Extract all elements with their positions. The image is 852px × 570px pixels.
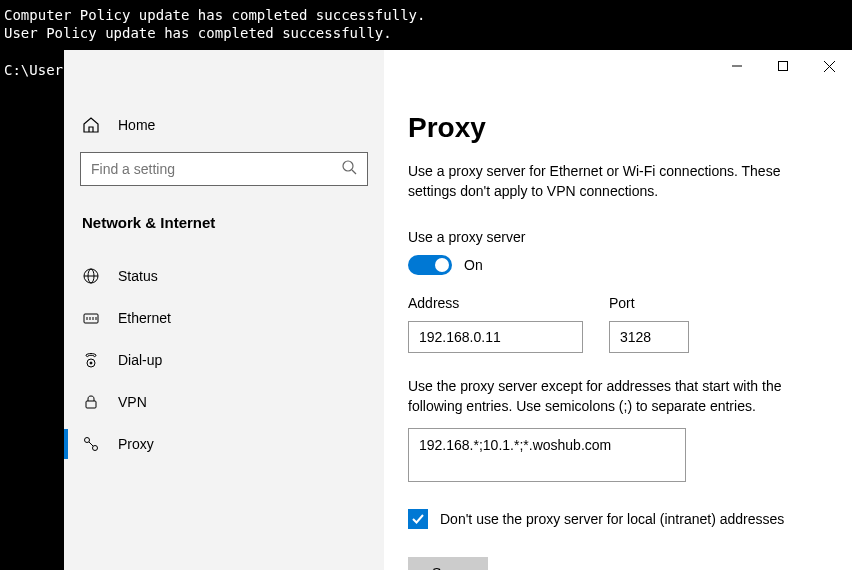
svg-line-18 <box>89 442 93 446</box>
use-proxy-label: Use a proxy server <box>408 229 828 245</box>
terminal-line: Computer Policy update has completed suc… <box>4 6 848 24</box>
sidebar-item-status[interactable]: Status <box>80 255 368 297</box>
port-label: Port <box>609 295 689 311</box>
address-input[interactable] <box>408 321 583 353</box>
proxy-icon <box>82 435 100 453</box>
settings-window: Settings Home Networ <box>64 50 852 570</box>
nav-label: VPN <box>118 394 147 410</box>
svg-point-14 <box>90 362 92 364</box>
sidebar-item-dialup[interactable]: Dial-up <box>80 339 368 381</box>
svg-line-5 <box>352 170 356 174</box>
sidebar-item-vpn[interactable]: VPN <box>80 381 368 423</box>
address-label: Address <box>408 295 583 311</box>
main-panel: Proxy Use a proxy server for Ethernet or… <box>384 50 852 570</box>
home-icon <box>82 116 100 134</box>
search-icon <box>342 160 357 178</box>
svg-rect-15 <box>86 401 96 408</box>
toggle-state-label: On <box>464 257 483 273</box>
exceptions-description: Use the proxy server except for addresse… <box>408 377 828 416</box>
svg-point-17 <box>93 446 98 451</box>
close-button[interactable] <box>806 50 852 82</box>
sidebar-home[interactable]: Home <box>80 110 368 152</box>
toggle-knob <box>435 258 449 272</box>
nav-label: Dial-up <box>118 352 162 368</box>
page-description: Use a proxy server for Ethernet or Wi-Fi… <box>408 162 828 201</box>
svg-rect-1 <box>779 62 788 71</box>
exceptions-input[interactable] <box>408 428 686 482</box>
terminal-line: User Policy update has completed success… <box>4 24 848 42</box>
page-heading: Proxy <box>408 112 828 144</box>
status-icon <box>82 267 100 285</box>
port-input[interactable] <box>609 321 689 353</box>
nav-label: Status <box>118 268 158 284</box>
minimize-button[interactable] <box>714 50 760 82</box>
sidebar-section-title: Network & Internet <box>80 214 368 231</box>
save-button[interactable]: Save <box>408 557 488 570</box>
dialup-icon <box>82 351 100 369</box>
nav-label: Ethernet <box>118 310 171 326</box>
window-controls <box>714 50 852 82</box>
sidebar: Home Network & Internet Status Ether <box>64 50 384 570</box>
search-input[interactable] <box>91 161 342 177</box>
use-proxy-toggle[interactable] <box>408 255 452 275</box>
check-icon <box>411 512 425 526</box>
bypass-local-checkbox[interactable] <box>408 509 428 529</box>
vpn-icon <box>82 393 100 411</box>
sidebar-item-ethernet[interactable]: Ethernet <box>80 297 368 339</box>
svg-point-16 <box>85 438 90 443</box>
ethernet-icon <box>82 309 100 327</box>
home-label: Home <box>118 117 155 133</box>
maximize-button[interactable] <box>760 50 806 82</box>
nav-label: Proxy <box>118 436 154 452</box>
search-box[interactable] <box>80 152 368 186</box>
svg-point-4 <box>343 161 353 171</box>
sidebar-item-proxy[interactable]: Proxy <box>80 423 368 465</box>
bypass-local-label: Don't use the proxy server for local (in… <box>440 511 784 527</box>
